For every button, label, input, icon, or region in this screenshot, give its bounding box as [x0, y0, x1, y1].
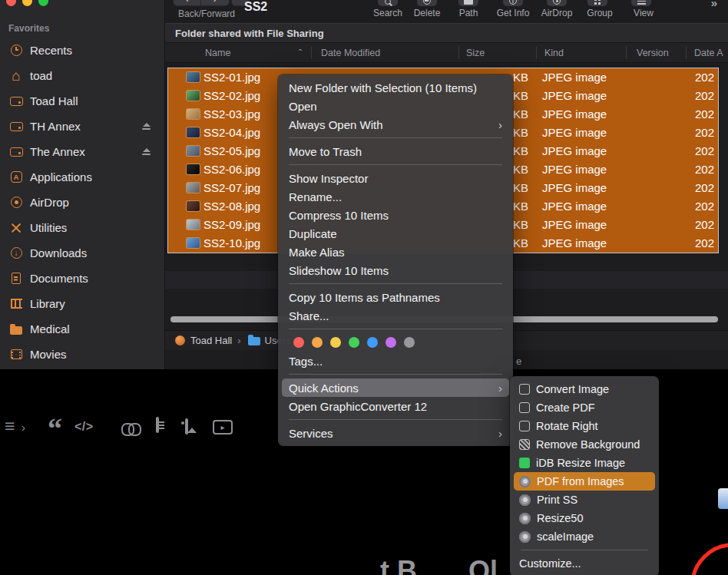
film-icon [8, 349, 25, 359]
toolbar-path-button[interactable]: Path [444, 0, 493, 18]
sidebar-item-the-annex[interactable]: The Annex [0, 139, 164, 164]
back-button[interactable]: ‹ [173, 0, 201, 6]
jpeg-thumbnail-icon [187, 91, 200, 101]
document-insert-icon[interactable] [156, 417, 159, 433]
sidebar-item-applications[interactable]: A Applications [0, 164, 164, 190]
airdrop-icon [8, 197, 25, 208]
column-header-size[interactable]: Size [466, 48, 485, 58]
eject-icon[interactable] [142, 148, 151, 155]
tag-color-dot[interactable] [330, 337, 341, 348]
tag-color-dot[interactable] [312, 337, 323, 348]
toolbar-view-button[interactable]: ˇ View [619, 0, 668, 18]
menu-item-open-graphicconverter[interactable]: Open GraphicConverter 12 [278, 397, 513, 415]
submenu-item-rotate-right[interactable]: Rotate Right [510, 417, 659, 435]
search-icon [378, 0, 398, 6]
column-header-date-added[interactable]: Date A [694, 48, 723, 58]
image-insert-icon[interactable] [185, 418, 188, 435]
menu-item-rename[interactable]: Rename... [278, 187, 513, 206]
tag-color-dot[interactable] [367, 337, 378, 348]
toolbar-get-info-button[interactable]: i Get Info [488, 0, 538, 18]
column-header-version[interactable]: Version [637, 48, 669, 58]
column-divider[interactable] [686, 47, 687, 59]
menu-item-new-folder-with-selection[interactable]: New Folder with Selection (10 Items) [278, 78, 513, 97]
chevron-down-icon: ˇ [653, 0, 655, 6]
column-divider[interactable] [536, 47, 537, 59]
blockquote-icon[interactable]: “ [48, 411, 62, 445]
sidebar-item-movies[interactable]: Movies [0, 342, 164, 367]
menu-item-make-alias[interactable]: Make Alias [278, 243, 513, 261]
column-header-name[interactable]: Name [205, 48, 230, 58]
sidebar-item-airdrop[interactable]: AirDrop [0, 190, 164, 215]
submenu-item-pdf-from-images[interactable]: PDF from Images [514, 472, 655, 491]
column-divider[interactable] [311, 47, 312, 59]
tag-color-row [278, 333, 513, 352]
sidebar-item-utilities[interactable]: Utilities [0, 215, 164, 240]
sidebar-item-label: AirDrop [30, 196, 69, 209]
menu-item-share[interactable]: Share... [278, 306, 513, 325]
menu-item-quick-actions[interactable]: Quick Actions › [282, 378, 509, 397]
sidebar-item-library[interactable]: Library [0, 291, 164, 316]
file-kind: JPEG image [542, 236, 607, 249]
column-header-kind[interactable]: Kind [544, 48, 564, 58]
sidebar-item-th-annex[interactable]: TH Annex [0, 114, 164, 139]
column-header-date-modified[interactable]: Date Modified [321, 48, 380, 58]
forward-button[interactable]: › [201, 0, 230, 6]
tools-icon [8, 223, 25, 233]
chevron-right-icon[interactable]: › [22, 421, 25, 434]
tag-color-dot[interactable] [349, 337, 359, 348]
tag-color-dot[interactable] [386, 337, 396, 348]
menu-item-copy-pathnames[interactable]: Copy 10 Items as Pathnames [278, 288, 513, 306]
toolbar-overflow-chevron[interactable]: » [711, 0, 716, 9]
close-window-button[interactable] [6, 0, 16, 6]
zoom-window-button[interactable] [38, 0, 48, 6]
sidebar-item-toad[interactable]: ⌂ toad [0, 63, 164, 88]
submenu-item-customize[interactable]: Customize... [510, 554, 659, 573]
menu-item-move-to-trash[interactable]: Move to Trash [278, 142, 513, 160]
path-item-volume[interactable]: Toad Hall [190, 335, 232, 346]
file-kind: JPEG image [542, 71, 607, 84]
submenu-item-scaleimage[interactable]: scaleImage [510, 527, 659, 546]
menu-item-duplicate[interactable]: Duplicate [278, 224, 513, 243]
gear-icon [519, 494, 531, 506]
menu-item-slideshow[interactable]: Slideshow 10 Items [278, 261, 513, 279]
file-name: SS2-10.jpg [204, 236, 260, 249]
column-divider[interactable] [458, 47, 459, 59]
toolbar-airdrop-button[interactable]: AirDrop [532, 0, 581, 18]
file-date-added: 202 [695, 126, 714, 139]
menu-item-always-open-with[interactable]: Always Open With › [278, 115, 513, 134]
submenu-item-remove-background[interactable]: Remove Background [510, 435, 659, 454]
submenu-item-print-ss[interactable]: Print SS [510, 491, 659, 509]
sidebar-toggle-icon[interactable]: ≡ [5, 416, 15, 437]
menu-item-services[interactable]: Services › [278, 424, 513, 442]
tag-color-dot[interactable] [404, 337, 415, 348]
file-name: SS2-04.jpg [204, 126, 260, 139]
file-date-added: 202 [695, 107, 714, 121]
code-icon[interactable]: </> [74, 420, 94, 434]
tag-color-dot[interactable] [293, 337, 304, 348]
jpeg-thumbnail-icon [187, 127, 200, 137]
minimize-window-button[interactable] [22, 0, 32, 6]
back-forward-label: Back/Forward [178, 8, 235, 19]
menu-separator [521, 550, 648, 550]
sidebar-item-downloads[interactable]: ↓ Downloads [0, 240, 164, 266]
finder-sidebar: Favorites Recents ⌂ toad Toad Hall TH An… [0, 0, 165, 369]
sidebar-item-toad-hall[interactable]: Toad Hall [0, 88, 164, 114]
menu-item-open[interactable]: Open [278, 97, 513, 115]
submenu-item-convert-image[interactable]: Convert Image [510, 380, 659, 398]
drive-icon [8, 122, 25, 131]
submenu-item-idb-resize-image[interactable]: iDB Resize Image [510, 454, 659, 472]
toolbar-group-button[interactable]: ˇ Group [575, 0, 624, 18]
sidebar-item-documents[interactable]: Documents [0, 266, 164, 291]
column-divider[interactable] [626, 47, 627, 59]
menu-item-tags[interactable]: Tags... [278, 352, 513, 370]
menu-item-compress[interactable]: Compress 10 Items [278, 206, 513, 224]
sidebar-item-medical[interactable]: Medical [0, 316, 164, 342]
eject-icon[interactable] [142, 123, 151, 130]
menu-item-show-inspector[interactable]: Show Inspector [278, 169, 513, 187]
video-insert-icon[interactable]: ▸ [213, 420, 233, 435]
submenu-item-create-pdf[interactable]: Create PDF [510, 398, 659, 417]
applications-icon: A [8, 171, 25, 183]
sidebar-item-label: Library [30, 297, 65, 310]
submenu-item-resize50[interactable]: Resize50 [510, 509, 659, 527]
sidebar-item-recents[interactable]: Recents [0, 38, 164, 63]
